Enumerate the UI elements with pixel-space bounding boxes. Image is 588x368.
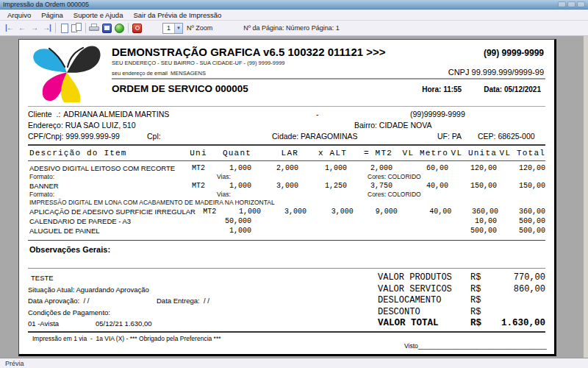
client-cpf: CPF/Cnpj: 999.999.999-99 (28, 131, 147, 142)
item-alt: 1,250 (298, 181, 347, 191)
item-lar: 2,000 (251, 163, 298, 173)
currency-symbol: R$ (470, 272, 497, 284)
item-desc: APLICAÇÃO DE ADESIVO SUPRFICIE IRREGULAR (28, 207, 196, 216)
divider (28, 268, 545, 269)
item-formato: Formato: (28, 173, 217, 181)
document-header: DEMONSTRAÇÃO GRAFICA v6.5 100322 011121 … (28, 46, 545, 102)
item-note: IMPRESSÃO DIGITAL EM LONA COM ACABAMENTO… (28, 199, 545, 207)
window-title: Impressão da Ordem 000005 (3, 0, 558, 9)
statusbar: Prévia (0, 358, 588, 368)
item-vl-total: 500,00 (497, 216, 545, 226)
total-label: DESLOCAMENTO (378, 295, 470, 307)
total-value: 860,00 (497, 284, 545, 296)
print-setup-button[interactable] (101, 22, 113, 35)
items-table-header: Descrição do Item Uni Quant LAR x ALT = … (28, 146, 545, 160)
company-email: seu endereço de email MENSAGENS (112, 70, 206, 77)
currency-symbol: R$ (470, 307, 497, 319)
status-text: Prévia (5, 360, 24, 367)
document-page: DEMONSTRAÇÃO GRAFICA v6.5 100322 011121 … (18, 39, 556, 356)
item-uni (184, 216, 213, 226)
page-number-label: Nº da Página: Número Página: 1 (243, 24, 339, 32)
menu-arquivo[interactable]: Arquivo (2, 10, 36, 20)
toolbar-separator (55, 23, 56, 33)
client-phone: (99)99999-9999 (410, 109, 465, 120)
item-vl-unita: 500,00 (448, 226, 497, 236)
export-button[interactable] (113, 22, 126, 35)
item-formato: Formato: (28, 191, 217, 199)
close-button[interactable] (577, 1, 585, 7)
toolbar-separator (85, 23, 86, 33)
print-preview-window: Impressão da Ordem 000005 Arquivo Página… (0, 0, 588, 368)
item-quant: 1,000 (213, 226, 251, 236)
toolbar-separator (128, 23, 129, 33)
item-vl-total: 120,00 (497, 163, 545, 173)
last-page-icon: →| (43, 24, 51, 32)
exit-preview-button[interactable] (131, 22, 143, 35)
total-row: DESCONTO R$ (378, 307, 545, 319)
single-page-icon (61, 24, 68, 33)
col-vl-unita: VL Unita (448, 148, 497, 158)
item-desc: ADESIVO DIGITAL LEITOSO COM RECORTE (28, 163, 184, 173)
menu-pagina[interactable]: Página (36, 10, 68, 20)
item-lar: 3,000 (251, 181, 298, 191)
two-page-view-button[interactable] (71, 22, 83, 35)
total-row: VALOR SERVICOS R$ 860,00 (378, 284, 545, 296)
item-vias: Vias: (217, 191, 368, 199)
col-mt2: = MT2 (347, 148, 392, 158)
first-page-button[interactable]: |← (3, 22, 15, 35)
item-mt2: 2,000 (347, 163, 392, 173)
footer-delivery-date: Data Entrega: / / (157, 295, 209, 307)
client-label: Cliente .: (28, 109, 60, 120)
item-mt2 (347, 226, 392, 236)
next-page-icon: → (31, 24, 37, 32)
currency-symbol: R$ (470, 318, 497, 330)
item-vl-metro (392, 216, 448, 226)
document-footer: TESTE Situação Atual: Aguardando Aprovaç… (28, 272, 545, 330)
item-mt2: 3,750 (347, 181, 392, 191)
chevron-down-icon[interactable]: ▼ (174, 24, 182, 33)
item-vl-metro: 40,00 (398, 207, 452, 216)
client-zip: CEP: 68625-000 (478, 131, 535, 142)
print-setup-icon (102, 24, 112, 33)
col-lar: LAR (251, 148, 298, 158)
footer-payment-item: 01 -Avista (28, 318, 96, 330)
item-alt: 3,000 (306, 207, 354, 216)
single-page-view-button[interactable] (58, 22, 71, 35)
signature-line: Visto___________________________________… (404, 342, 545, 350)
item-vl-unita: 150,00 (448, 181, 497, 191)
vertical-scrollbar[interactable] (584, 36, 588, 358)
preview-workspace: DEMONSTRAÇÃO GRAFICA v6.5 100322 011121 … (0, 36, 588, 358)
menubar: Arquivo Página Suporte e Ajuda Sair da P… (0, 10, 588, 21)
footer-payment-label: Condições de Pagamento: (28, 307, 378, 319)
minimize-button[interactable] (558, 1, 566, 7)
item-cores: Cores: COLORIDO (368, 191, 421, 199)
footer-approval-date: Data Aprovação: / / (28, 295, 157, 307)
previous-page-button[interactable]: ← (15, 22, 28, 35)
next-page-button[interactable]: → (28, 22, 40, 35)
item-vl-unita: 120,00 (448, 163, 497, 173)
zoom-combobox[interactable]: 1 ▼ (162, 23, 183, 34)
divider (28, 240, 545, 241)
order-date: Data: 05/12/2021 (484, 85, 541, 93)
maximize-button[interactable] (567, 1, 576, 7)
first-page-icon: |← (5, 24, 13, 32)
divider (28, 160, 545, 161)
total-label: DESCONTO (378, 307, 470, 319)
menu-suporte-e-ajuda[interactable]: Suporte e Ajuda (68, 10, 129, 20)
menu-sair-da-previa[interactable]: Sair da Prévia de Impressão (128, 10, 226, 20)
col-uni: Uni (184, 148, 213, 158)
col-quant: Quant (213, 148, 251, 158)
last-page-button[interactable]: →| (40, 22, 53, 35)
client-dash: - (316, 109, 410, 120)
item-alt (298, 216, 347, 226)
company-header-text: DEMONSTRAÇÃO GRAFICA v6.5 100322 011121 … (112, 46, 545, 94)
item-desc: ALUGUEL DE PAINEL (28, 226, 184, 236)
client-city: Cidade: PARAGOMINAS (272, 131, 437, 142)
order-time: Hora: 11:55 (422, 85, 462, 93)
table-row: ADESIVO DIGITAL LEITOSO COM RECORTE MT2 … (28, 163, 545, 173)
grand-total-label: VALOR TOTAL (378, 318, 470, 330)
total-value (497, 295, 545, 307)
order-title: ORDEM DE SERVICO 000005 (112, 83, 422, 94)
client-name-group: Cliente .: ADRIANA ALMEIDA MARTINS (28, 109, 316, 120)
print-button[interactable] (88, 22, 101, 35)
